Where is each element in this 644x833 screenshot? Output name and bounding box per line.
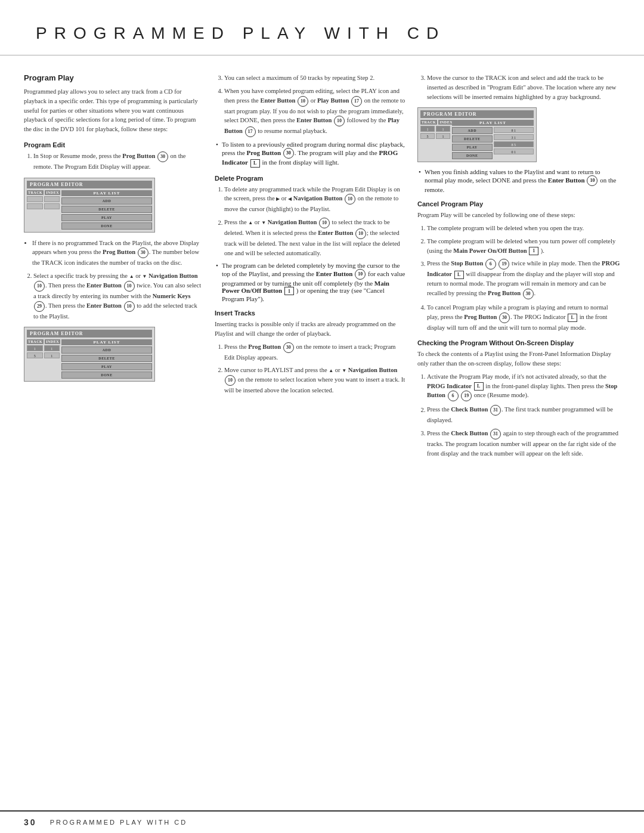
- insert-steps: Press the Prog Button 30 on the remote t…: [215, 342, 405, 395]
- indicator-L3: L: [568, 314, 577, 322]
- col-middle: You can select a maximum of 50 tracks by…: [215, 73, 405, 462]
- pe-title-1: PROGRAM EDITOR: [27, 181, 152, 188]
- pe-cell: 3 1: [494, 134, 534, 140]
- pe-delete-btn2: DELETE: [61, 355, 152, 362]
- cancel-intro: Program Play will be canceled by followi…: [417, 210, 620, 220]
- button-30a: 30: [157, 151, 168, 162]
- button-19: 19: [499, 259, 509, 270]
- checking-steps: Activate the Program Play mode, if it's …: [417, 372, 620, 459]
- button-17: 17: [351, 96, 362, 107]
- delete-steps: To delete any programmed track while the…: [215, 185, 405, 258]
- program-play-heading: Program Play: [24, 73, 203, 82]
- pe-done-btn3: DONE: [452, 152, 493, 159]
- button-29: 29: [34, 301, 45, 312]
- button-31b: 31: [490, 429, 501, 439]
- col-right: Move the cursor to the TRACK icon and se…: [417, 73, 620, 462]
- program-editor-2: PROGRAM EDITOR TRACK INDEX 1 1: [24, 327, 155, 382]
- pe-cell-h: 1: [44, 345, 60, 351]
- button-10g: 10: [319, 218, 330, 228]
- pe-col-track2: TRACK: [27, 339, 44, 344]
- button-6b: 6: [448, 391, 459, 401]
- pe-cell: [44, 203, 60, 209]
- button-30c: 30: [283, 148, 294, 159]
- button-17b: 17: [245, 126, 256, 137]
- page-container: PROGRAMMED PLAY WITH CD Program Play Pro…: [0, 0, 644, 833]
- button-10i: 10: [355, 269, 366, 280]
- pe-cell: 1: [420, 126, 435, 132]
- program-editor-1: PROGRAM EDITOR TRACK INDEX: [24, 178, 155, 233]
- pe-cell: [44, 196, 60, 202]
- button-31a: 31: [490, 405, 501, 416]
- pe-done-btn: DONE: [61, 222, 152, 230]
- button-19b: 19: [461, 391, 472, 401]
- page-title: PROGRAMMED PLAY WITH CD: [36, 24, 608, 43]
- pe-playlist3: PLAY LIST: [452, 120, 534, 126]
- program-edit-heading: Program Edit: [24, 141, 203, 148]
- pe-cell: 1: [44, 352, 60, 358]
- middle-steps: You can select a maximum of 50 tracks by…: [215, 73, 405, 137]
- normal-playback-note: To listen to a previously edited program…: [215, 141, 405, 167]
- button-10h: 10: [355, 228, 366, 239]
- page-footer: 30 PROGRAMMED PLAY WITH CD: [0, 810, 644, 833]
- delete-program-heading: Delete Program: [215, 175, 405, 182]
- pe-add-btn3: ADD: [452, 127, 493, 134]
- program-play-intro: Programmed play allows you to select any…: [24, 87, 203, 134]
- pe-title-2: PROGRAM EDITOR: [27, 330, 152, 337]
- pe-cell: 5: [420, 133, 435, 139]
- pe-add-btn2: ADD: [61, 346, 152, 354]
- button-30d: 30: [283, 342, 294, 353]
- indicator-L4: L: [474, 382, 484, 391]
- done-note: When you finish adding values to the Pla…: [417, 168, 620, 193]
- pe-title-3: PROGRAM EDITOR: [420, 110, 534, 118]
- cancel-program-heading: Cancel Program Play: [417, 200, 620, 208]
- right-steps: Move the cursor to the TRACK icon and se…: [417, 73, 620, 101]
- pe-cell: 1: [436, 133, 450, 139]
- pe-col-index2: INDEX: [45, 339, 60, 344]
- button-10j: 10: [225, 375, 236, 386]
- program-edit-bullets: If there is no programmed Track on the P…: [24, 239, 203, 268]
- cancel-steps: The complete program will be deleted whe…: [417, 224, 620, 332]
- button-30e: 30: [523, 289, 534, 299]
- button-10a: 10: [34, 281, 45, 292]
- indicator-L2: L: [454, 271, 464, 279]
- insert-tracks-heading: Insert Tracks: [215, 309, 405, 317]
- button-6: 6: [485, 259, 496, 270]
- pe-cell: 1: [436, 126, 450, 132]
- page-header: PROGRAMMED PLAY WITH CD: [0, 0, 644, 55]
- button-10f: 10: [345, 194, 355, 205]
- pe-cell: 8 5: [494, 141, 534, 147]
- footer-title: PROGRAMMED PLAY WITH CD: [43, 819, 188, 826]
- pe-col-track: TRACK: [27, 190, 44, 195]
- button-10d: 10: [298, 96, 308, 107]
- pe-delete-btn3: DELETE: [452, 135, 493, 143]
- insert-tracks-intro: Inserting tracks is possible only if tra…: [215, 320, 405, 339]
- button-10k: 10: [587, 175, 597, 186]
- pe-col-index: INDEX: [45, 190, 60, 195]
- button-30f: 30: [499, 312, 510, 323]
- button-30b: 30: [138, 247, 148, 258]
- pe-playlist2: PLAY LIST: [61, 339, 152, 345]
- button-10b: 10: [124, 281, 135, 292]
- pe-play-btn3: PLAY: [452, 144, 493, 151]
- checking-heading: Checking the Program Without On-Screen D…: [417, 339, 620, 346]
- pe-cell-h: 1: [27, 345, 43, 351]
- indicator-L: L: [250, 159, 260, 168]
- pe-cell: [27, 203, 43, 209]
- pe-cell: 0 1: [494, 148, 534, 154]
- col-left: Program Play Programmed play allows you …: [24, 73, 203, 462]
- pe-cell: 5: [27, 352, 43, 358]
- button-10c: 10: [124, 301, 135, 312]
- pe-add-btn: ADD: [61, 197, 152, 205]
- pe-done-btn2: DONE: [61, 371, 152, 379]
- pe-cell: 8 1: [494, 127, 534, 133]
- program-edit-steps-2: Select a specific track by pressing the …: [24, 271, 203, 321]
- pe-col-track3: TRACK: [420, 120, 437, 125]
- pe-delete-btn: DELETE: [61, 206, 152, 213]
- pe-cell: [27, 196, 43, 202]
- pe-play-btn: PLAY: [61, 214, 152, 221]
- pe-playlist: PLAY LIST: [61, 190, 152, 196]
- button-10e: 10: [334, 116, 345, 126]
- pe-play-btn2: PLAY: [61, 363, 152, 370]
- button-power2: 1: [529, 247, 538, 255]
- program-edit-steps: In Stop or Resume mode, press the Prog B…: [24, 151, 203, 172]
